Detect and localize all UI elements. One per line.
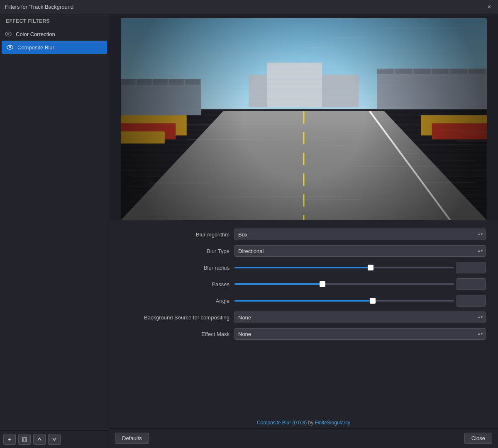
angle-row: Angle 0.00 ▲ ▼ <box>122 295 486 307</box>
blur-type-control: Directional Zoom Radial <box>234 245 486 257</box>
blur-radius-value[interactable]: 31.40 <box>457 265 486 271</box>
close-button[interactable]: Close <box>464 433 492 444</box>
passes-value[interactable]: 2 <box>457 281 486 287</box>
blur-radius-label: Blur radius <box>122 265 229 271</box>
eye-icon-color-correction <box>5 31 12 37</box>
angle-spinbox[interactable]: 0.00 ▲ ▼ <box>456 295 486 307</box>
blur-radius-control: 31.40 ▲ ▼ <box>234 262 486 273</box>
by-label: by <box>308 420 315 426</box>
composite-blur-label: Composite Blur <box>17 44 54 51</box>
preview-area <box>109 14 498 220</box>
blur-type-row: Blur Type Directional Zoom Radial <box>122 245 486 257</box>
sidebar: Effect Filters Color Correction Composit… <box>0 14 109 448</box>
titlebar: Filters for 'Track Background' × <box>0 0 498 14</box>
svg-point-2 <box>8 34 9 34</box>
move-filter-down-button[interactable] <box>48 434 61 445</box>
filter-item-composite-blur[interactable]: Composite Blur <box>2 41 107 54</box>
plugin-version: (0.0.8) <box>292 420 307 426</box>
passes-slider-wrapper[interactable] <box>234 280 454 288</box>
blur-algorithm-label: Blur Algorithm <box>122 231 229 238</box>
blur-algorithm-row: Blur Algorithm Box Gaussian Area Average <box>122 229 486 240</box>
close-window-button[interactable]: × <box>486 3 493 11</box>
chevron-up-icon <box>37 438 42 441</box>
blur-type-select[interactable]: Directional Zoom Radial <box>234 245 486 257</box>
background-source-control: None <box>234 312 486 323</box>
effect-mask-row: Effect Mask None <box>122 328 486 340</box>
angle-control: 0.00 ▲ ▼ <box>234 295 486 307</box>
effect-mask-select-wrapper[interactable]: None <box>234 328 486 340</box>
move-filter-up-button[interactable] <box>33 434 46 445</box>
defaults-button[interactable]: Defaults <box>115 433 149 444</box>
passes-spinbox[interactable]: 2 ▲ ▼ <box>456 278 486 290</box>
angle-label: Angle <box>122 298 229 304</box>
passes-label: Passes <box>122 281 229 287</box>
effect-mask-label: Effect Mask <box>122 331 229 337</box>
angle-track <box>234 300 454 302</box>
passes-fill <box>234 283 322 285</box>
background-source-select-wrapper[interactable]: None <box>234 312 486 323</box>
angle-fill <box>234 300 373 302</box>
blur-algorithm-select[interactable]: Box Gaussian Area Average <box>234 229 486 240</box>
content-area: Blur Algorithm Box Gaussian Area Average… <box>109 14 498 448</box>
plugin-name: Composite Blur <box>257 420 291 426</box>
blur-type-label: Blur Type <box>122 248 229 254</box>
main-layout: Effect Filters Color Correction Composit… <box>0 14 498 448</box>
preview-container <box>121 18 487 220</box>
svg-rect-6 <box>22 438 27 442</box>
sidebar-bottom-toolbar: + <box>0 430 109 448</box>
sidebar-header: Effect Filters <box>0 14 109 27</box>
blur-radius-spinbox[interactable]: 31.40 ▲ ▼ <box>456 262 486 273</box>
background-source-select[interactable]: None <box>234 312 486 323</box>
blur-algorithm-control: Box Gaussian Area Average <box>234 229 486 240</box>
trash-icon <box>22 436 27 442</box>
chevron-down-icon <box>52 438 56 441</box>
passes-row: Passes 2 ▲ ▼ <box>122 278 486 290</box>
filter-item-color-correction[interactable]: Color Correction <box>0 27 109 41</box>
svg-point-5 <box>10 47 10 48</box>
background-source-label: Background Source for compositing <box>122 314 229 321</box>
blur-algorithm-select-wrapper[interactable]: Box Gaussian Area Average <box>234 229 486 240</box>
author-link[interactable]: FiniteSingularity <box>315 420 350 426</box>
blur-radius-row: Blur radius 31.40 ▲ ▼ <box>122 262 486 273</box>
passes-track <box>234 283 454 285</box>
angle-slider-wrapper[interactable] <box>234 297 454 305</box>
color-correction-label: Color Correction <box>16 31 55 37</box>
window-title: Filters for 'Track Background' <box>5 4 75 10</box>
passes-control: 2 ▲ ▼ <box>234 278 486 290</box>
add-filter-button[interactable]: + <box>3 434 16 445</box>
settings-area: Blur Algorithm Box Gaussian Area Average… <box>109 220 498 417</box>
blur-radius-slider-wrapper[interactable] <box>234 263 454 272</box>
blur-radius-track <box>234 267 454 268</box>
passes-thumb[interactable] <box>320 281 325 287</box>
plugin-link[interactable]: Composite Blur (0.0.8) <box>257 420 308 426</box>
blur-radius-fill <box>234 267 371 268</box>
angle-thumb[interactable] <box>370 298 376 304</box>
attribution: Composite Blur (0.0.8) by FiniteSingular… <box>109 417 498 428</box>
preview-canvas <box>121 18 487 220</box>
footer-area: Defaults Close <box>109 428 498 448</box>
effect-mask-select[interactable]: None <box>234 328 486 340</box>
background-source-row: Background Source for compositing None <box>122 312 486 323</box>
blur-radius-thumb[interactable] <box>368 265 374 270</box>
angle-value[interactable]: 0.00 <box>457 298 486 304</box>
blur-type-select-wrapper[interactable]: Directional Zoom Radial <box>234 245 486 257</box>
effect-mask-control: None <box>234 328 486 340</box>
remove-filter-button[interactable] <box>18 434 31 445</box>
eye-icon-composite-blur <box>7 44 13 51</box>
